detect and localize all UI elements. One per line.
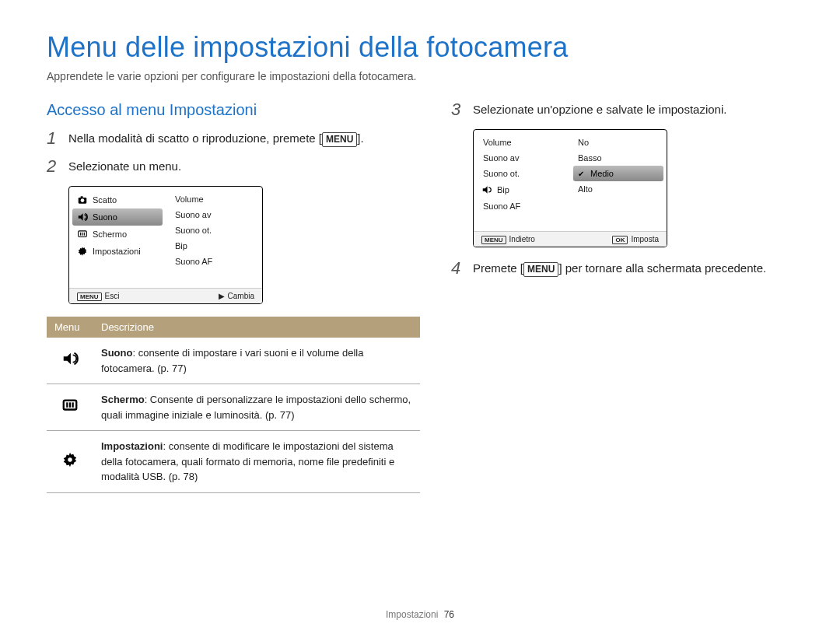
footer-imposta: Imposta xyxy=(631,235,659,243)
speaker-icon xyxy=(77,212,88,222)
option-basso: Basso xyxy=(573,150,663,166)
display-icon xyxy=(77,229,88,240)
footer-indietro: Indietro xyxy=(509,235,535,243)
camera-icon xyxy=(77,194,88,205)
footer-section: Impostazioni xyxy=(386,609,438,620)
ok-badge-icon: OK xyxy=(612,236,628,244)
option-no: No xyxy=(573,135,663,150)
submenu-item: Suono av xyxy=(169,207,259,222)
step-3-text: Selezionate un'opzione e salvate le impo… xyxy=(473,101,726,118)
svg-marker-15 xyxy=(483,186,488,193)
row-text: : consente di impostare i vari suoni e i… xyxy=(101,347,363,374)
step-1-text-b: ]. xyxy=(357,131,363,145)
step-2: 2 Selezionate un menu. xyxy=(47,158,420,175)
page-title: Menu delle impostazioni della fotocamera xyxy=(47,31,793,64)
menu-label: Impostazioni xyxy=(93,247,141,256)
svg-rect-2 xyxy=(81,196,83,198)
option-medio: Medio xyxy=(573,166,663,181)
row-text: : Consente di personalizzare le impostaz… xyxy=(101,394,411,421)
submenu-item: Suono AF xyxy=(169,254,259,269)
menu-label: Schermo xyxy=(93,229,127,239)
display-icon xyxy=(61,405,79,416)
submenu-item: Bip xyxy=(169,238,259,254)
camera-screen-2: Volume Suono av Suono ot. Bip Suono AF N… xyxy=(473,129,667,247)
menu-badge-icon: MENU xyxy=(481,236,506,244)
submenu-item-bip: Bip xyxy=(477,181,567,198)
submenu-item: Volume xyxy=(169,191,259,207)
option-alto: Alto xyxy=(573,181,663,197)
step-2-text: Selezionate un menu. xyxy=(68,158,181,175)
step-4-text-b: ] per tornare alla schermata precedente. xyxy=(558,261,766,275)
page-footer: Impostazioni 76 xyxy=(0,609,840,620)
menu-badge: MENU xyxy=(523,262,558,277)
svg-point-14 xyxy=(68,457,72,462)
camera-screen-1: Scatto Suono Schermo Impostazioni xyxy=(68,186,263,304)
step-4-text-a: Premete [ xyxy=(473,261,523,275)
submenu-item: Suono ot. xyxy=(477,166,567,181)
step-3: 3 Selezionate un'opzione e salvate le im… xyxy=(451,101,793,118)
step-1: 1 Nella modalità di scatto o riproduzion… xyxy=(47,130,420,147)
svg-point-1 xyxy=(81,198,85,202)
gear-icon xyxy=(77,246,88,257)
row-label: Impostazioni xyxy=(101,440,163,452)
play-icon: ▶ xyxy=(219,292,225,300)
step-number: 1 xyxy=(47,130,61,147)
step-number: 3 xyxy=(451,101,465,118)
submenu-item: Suono ot. xyxy=(169,222,259,238)
intro-text: Apprendete le varie opzioni per configur… xyxy=(47,70,793,82)
menu-item-schermo: Schermo xyxy=(72,226,163,243)
menu-item-suono: Suono xyxy=(72,208,163,226)
step-4: 4 Premete [MENU] per tornare alla scherm… xyxy=(451,260,793,277)
page-number: 76 xyxy=(444,609,454,620)
submenu-item: Suono av xyxy=(477,150,567,166)
menu-item-impostazioni: Impostazioni xyxy=(72,243,163,260)
footer-esci: Esci xyxy=(105,292,120,300)
gear-icon xyxy=(61,459,79,471)
th-desc: Descrizione xyxy=(93,317,420,338)
speaker-icon xyxy=(61,358,79,370)
submenu-item: Suono AF xyxy=(477,198,567,214)
section-heading: Accesso al menu Impostazioni xyxy=(47,101,420,119)
row-label: Schermo xyxy=(101,394,145,405)
speaker-icon xyxy=(481,184,492,195)
table-row: Suono: consente di impostare i vari suon… xyxy=(47,338,420,384)
row-label: Suono xyxy=(101,347,132,359)
th-menu: Menu xyxy=(47,317,93,338)
step-number: 2 xyxy=(47,158,61,175)
svg-marker-9 xyxy=(64,352,71,364)
menu-badge: MENU xyxy=(322,132,357,147)
table-row: Impostazioni: consente di modificare le … xyxy=(47,431,420,493)
description-table: Menu Descrizione Suono: consente di impo… xyxy=(47,317,420,493)
submenu-item: Volume xyxy=(477,135,567,150)
menu-label: Suono xyxy=(93,212,117,222)
footer-cambia: Cambia xyxy=(228,292,254,300)
table-row: Schermo: Consente di personalizzare le i… xyxy=(47,384,420,431)
step-number: 4 xyxy=(451,260,465,277)
menu-badge-icon: MENU xyxy=(77,292,102,301)
step-1-text-a: Nella modalità di scatto o riproduzione,… xyxy=(68,131,322,145)
menu-label: Scatto xyxy=(93,195,117,205)
menu-item-scatto: Scatto xyxy=(72,191,163,208)
svg-marker-3 xyxy=(79,213,83,220)
